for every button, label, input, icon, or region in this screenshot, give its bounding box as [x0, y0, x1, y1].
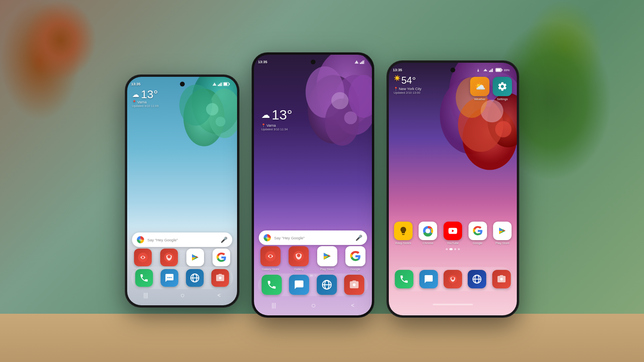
power-button-center: [374, 101, 374, 125]
phone-icon-center: [262, 275, 282, 295]
phone-center-screen: 13:35 ☁ 13° 📍 Varna: [254, 55, 372, 315]
svg-point-3: [180, 84, 213, 125]
google-g-left: [137, 236, 144, 243]
messages-icon-right: [419, 270, 438, 288]
mic-icon-center: 🎤: [355, 234, 362, 241]
nav-home-center[interactable]: ○: [311, 301, 316, 310]
dock-internet-center[interactable]: [317, 275, 337, 295]
phone-left-screen: 13:35 ☁ 13° 📍 Varna: [127, 77, 237, 305]
app-play-store-center[interactable]: Play Store: [315, 246, 340, 271]
svg-rect-56: [496, 69, 501, 72]
phone-icon-left: [135, 269, 153, 287]
dock-messages-left[interactable]: [161, 269, 178, 287]
app-weather-right[interactable]: ⛅ Weather: [470, 77, 489, 101]
dock-left: [131, 267, 233, 289]
play-store-icon-center: [317, 246, 337, 266]
dock-phone-left[interactable]: [135, 269, 153, 287]
app-keep-right[interactable]: Keep Notes: [392, 222, 415, 245]
power-button-right: [519, 105, 519, 127]
phone-right-screen: 13:35 89% ☀️ 54°: [389, 63, 517, 315]
svg-rect-33: [363, 61, 364, 64]
weather-right: ☀️ 54° 📍 New York City Updated 2/10 13:0…: [394, 75, 421, 95]
dock-internet-left[interactable]: [186, 269, 204, 287]
dock-messages-center[interactable]: [289, 275, 309, 295]
gallery-icon-left: [160, 249, 178, 266]
app-grid-center: Galaxy Store Gallery Play Store: [254, 246, 372, 271]
messages-icon-left: [161, 269, 178, 287]
dock-center: [258, 274, 368, 296]
screen-right-bg: 13:35 89% ☀️ 54°: [389, 63, 517, 315]
svg-rect-53: [492, 69, 493, 72]
nav-recent-center[interactable]: |||: [272, 302, 276, 309]
svg-rect-8: [221, 83, 222, 86]
svg-rect-11: [229, 83, 230, 84]
nav-recent-left[interactable]: |||: [144, 292, 148, 298]
vol-down-right: [386, 116, 387, 131]
dock-phone-right[interactable]: [395, 270, 413, 288]
app-google-center[interactable]: Google: [343, 246, 368, 271]
play-store-icon-right: [493, 222, 512, 240]
phone-left: 13:35 ☁ 13° 📍 Varna: [125, 74, 239, 308]
svg-rect-12: [224, 83, 227, 85]
vol-up-right: [386, 97, 387, 112]
phone-center: 13:35 ☁ 13° 📍 Varna: [252, 52, 374, 318]
dock-phone-center[interactable]: [262, 275, 282, 295]
page-dots-right: [446, 248, 460, 250]
svg-rect-31: [360, 63, 361, 64]
app-settings-right[interactable]: Settings: [493, 77, 512, 101]
app-gallery-center[interactable]: Gallery: [286, 246, 311, 271]
internet-icon-center: [317, 275, 337, 295]
svg-rect-52: [490, 70, 491, 72]
play-store-label-right: Play Store: [495, 241, 510, 245]
svg-point-19: [170, 277, 171, 278]
vol-down-left: [125, 125, 125, 139]
screen-left-bg: 13:35 ☁ 13° 📍 Varna: [127, 77, 237, 305]
dock-right: [392, 267, 514, 291]
galaxy-store-icon-center: [260, 246, 281, 266]
svg-point-4: [206, 103, 219, 115]
internet-icon-left: [186, 269, 204, 287]
vol-down-center: [252, 113, 252, 129]
settings-icon-right: [493, 77, 512, 96]
svg-point-61: [452, 277, 454, 280]
google-icon-center: [345, 246, 365, 266]
svg-rect-55: [502, 69, 503, 70]
mic-icon-left: 🎤: [221, 237, 227, 243]
app-galaxy-store-center[interactable]: Galaxy Store: [258, 246, 283, 271]
google-g-center: [264, 234, 271, 241]
dock-camera-left[interactable]: [211, 269, 229, 287]
gallery-icon-center: [289, 246, 309, 266]
nav-bar-left: ||| ○ <: [127, 289, 237, 301]
app-play-store-right[interactable]: Play Store: [491, 222, 514, 245]
weather-icon-right: ⛅: [470, 77, 489, 96]
dock-internet-right[interactable]: [468, 270, 486, 288]
screen-center-bg: 13:35 ☁ 13° 📍 Varna: [254, 55, 372, 315]
search-bar-center[interactable]: Say "Hey Google" 🎤: [259, 230, 367, 245]
search-text-left: Say "Hey Google": [147, 238, 217, 242]
nav-home-left[interactable]: ○: [180, 291, 185, 300]
app-youtube-right[interactable]: YouTube: [442, 222, 464, 245]
play-store-label-center: Play Store: [320, 267, 334, 271]
galaxy-store-icon-left: [134, 249, 152, 266]
battery-pct-right: 89%: [504, 69, 510, 72]
nav-back-left[interactable]: <: [217, 292, 221, 298]
time-right: 13:35: [393, 68, 402, 72]
flower-left: [155, 77, 237, 191]
google-icon-left: [213, 249, 230, 266]
phones-container: 13:35 ☁ 13° 📍 Varna: [0, 0, 644, 362]
status-icons-left: [212, 82, 230, 86]
nav-back-center[interactable]: <: [351, 302, 354, 309]
search-bar-left[interactable]: Say "Hey Google" 🎤: [132, 232, 232, 247]
dock-camera-right[interactable]: [492, 270, 511, 288]
app-google-right[interactable]: Google: [466, 222, 489, 245]
app-chrome-right[interactable]: Chrome: [417, 222, 440, 245]
dock-camera-center[interactable]: [344, 275, 364, 295]
app-grid-right: Keep Notes: [389, 222, 517, 245]
dock-gallery-right[interactable]: [444, 270, 462, 288]
svg-rect-51: [489, 71, 490, 72]
nav-indicator-right: [389, 304, 517, 305]
status-icons-right: 89%: [477, 68, 510, 72]
dock-messages-right[interactable]: [419, 270, 438, 288]
camera-hole-right: [450, 68, 455, 72]
camera-hole-center: [311, 60, 316, 64]
